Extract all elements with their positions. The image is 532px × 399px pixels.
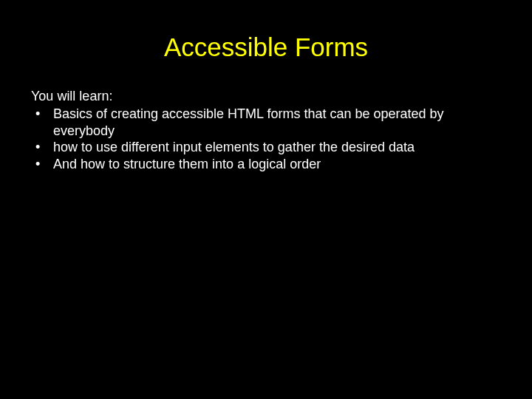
list-item: Basics of creating accessible HTML forms… [31,106,501,139]
bullet-list: Basics of creating accessible HTML forms… [31,106,501,172]
slide-container: Accessible Forms You will learn: Basics … [0,0,532,399]
slide-title: Accessible Forms [31,33,501,62]
intro-text: You will learn: [31,89,501,104]
list-item: how to use different input elements to g… [31,139,501,156]
list-item: And how to structure them into a logical… [31,156,501,173]
